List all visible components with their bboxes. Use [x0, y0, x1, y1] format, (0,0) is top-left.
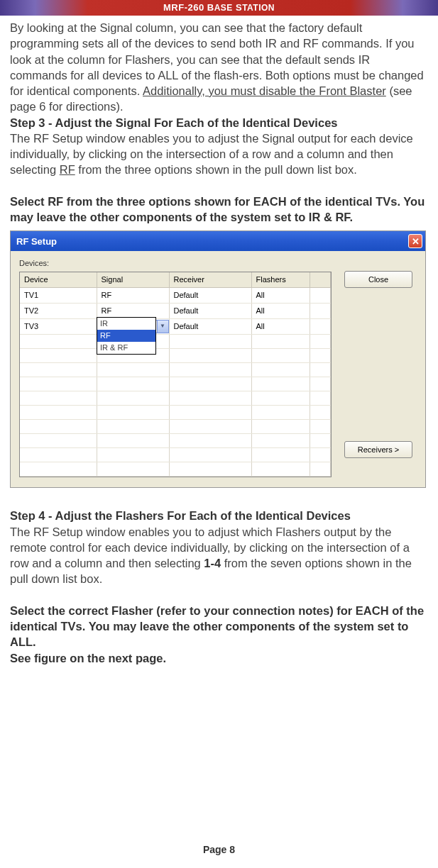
- cell-device[interactable]: TV3: [20, 318, 97, 334]
- table-header-row: Device Signal Receiver Flashers: [20, 272, 331, 287]
- header-title-2: ASE: [214, 3, 233, 13]
- table-row[interactable]: [20, 462, 331, 476]
- step3-bold-instruction: Select RF from the three options shown f…: [10, 194, 428, 226]
- table-row[interactable]: [20, 433, 331, 447]
- page-header: MRF-260 BASE STATION: [0, 0, 438, 16]
- window-close-button[interactable]: ✕: [408, 234, 422, 248]
- dropdown-option-irrf[interactable]: IR & RF: [97, 342, 155, 354]
- header-title-3: S: [233, 2, 242, 13]
- step3-body-b: from the three options shown in the pull…: [75, 163, 357, 176]
- close-icon: ✕: [412, 235, 420, 248]
- header-receiver[interactable]: Receiver: [169, 272, 251, 287]
- close-button[interactable]: Close: [344, 271, 412, 288]
- cell-receiver[interactable]: Default: [169, 318, 251, 334]
- table-row[interactable]: [20, 419, 331, 433]
- window-titlebar[interactable]: RF Setup ✕: [11, 231, 425, 251]
- table-row[interactable]: TV3 IR & RF ▼ Default All: [20, 318, 331, 334]
- cell-signal[interactable]: RF: [97, 303, 169, 318]
- header-device[interactable]: Device: [20, 272, 97, 287]
- table-row[interactable]: [20, 447, 331, 462]
- cell-signal[interactable]: RF: [97, 288, 169, 304]
- dropdown-option-rf[interactable]: RF: [97, 330, 155, 342]
- cell-flashers[interactable]: All: [251, 318, 310, 334]
- see-figure-note: See figure on the next page.: [10, 650, 428, 666]
- header-flashers[interactable]: Flashers: [251, 272, 310, 287]
- window-body: Devices: Device Signal Receiver Flashers…: [11, 251, 425, 487]
- devices-grid[interactable]: Device Signal Receiver Flashers TV1 RF D…: [19, 272, 332, 477]
- page-number: Page 8: [0, 844, 438, 855]
- cell-device[interactable]: TV1: [20, 288, 97, 304]
- table-row[interactable]: [20, 391, 331, 405]
- cell-pad: [310, 303, 331, 318]
- cell-flashers[interactable]: All: [251, 303, 310, 318]
- step3-body-underline: RF: [60, 163, 75, 176]
- table-row[interactable]: [20, 405, 331, 419]
- table-row[interactable]: TV1 RF Default All: [20, 288, 331, 304]
- rf-setup-window: RF Setup ✕ Devices: Device Signal Receiv…: [10, 230, 426, 488]
- step4-heading: Step 4 - Adjust the Flashers For Each of…: [10, 509, 351, 522]
- step3-block: Step 3 - Adjust the Signal For Each of t…: [10, 115, 428, 178]
- table-row[interactable]: [20, 377, 331, 391]
- table-row[interactable]: [20, 362, 331, 377]
- cell-receiver[interactable]: Default: [169, 303, 251, 318]
- receivers-button[interactable]: Receivers >: [344, 441, 412, 458]
- step3-heading: Step 3 - Adjust the Signal For Each of t…: [10, 116, 337, 129]
- cell-receiver[interactable]: Default: [169, 288, 251, 304]
- window-title: RF Setup: [16, 235, 57, 248]
- cell-pad: [310, 318, 331, 334]
- chevron-down-icon[interactable]: ▼: [157, 321, 168, 333]
- intro-underline: Additionally, you must disable the Front…: [143, 84, 386, 97]
- step4-body-bold: 1-4: [204, 557, 221, 569]
- signal-dropdown-list[interactable]: IR RF IR & RF: [97, 317, 156, 355]
- table-row[interactable]: TV2 RF Default All: [20, 303, 331, 318]
- cell-device[interactable]: TV2: [20, 303, 97, 318]
- header-signal[interactable]: Signal: [97, 272, 169, 287]
- table-row[interactable]: [20, 334, 331, 348]
- cell-pad: [310, 288, 331, 304]
- step4-bold-instruction: Select the correct Flasher (refer to you…: [10, 603, 428, 650]
- intro-paragraph: By looking at the Signal column, you can…: [10, 20, 428, 115]
- devices-label: Devices:: [19, 258, 332, 269]
- table-row[interactable]: [20, 348, 331, 362]
- header-title-4: TATION: [242, 3, 275, 13]
- cell-flashers[interactable]: All: [251, 288, 310, 304]
- dropdown-option-ir[interactable]: IR: [97, 318, 155, 330]
- header-pad: [310, 272, 331, 287]
- header-title-1: MRF-260 B: [163, 2, 214, 13]
- step4-block: Step 4 - Adjust the Flashers For Each of…: [10, 508, 428, 586]
